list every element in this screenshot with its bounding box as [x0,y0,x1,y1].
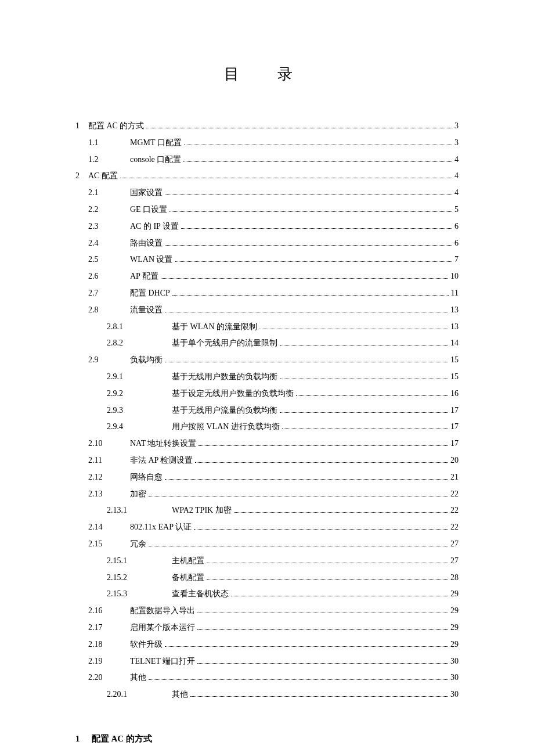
toc-entry: 2.9.2基于设定无线用户数量的负载均衡16 [75,387,459,401]
toc-entry-number: 2.17 [75,621,130,635]
toc-entry: 2AC 配置4 [75,169,459,183]
toc-entry-number: 2.5 [75,253,130,267]
toc-entry-number: 2.1 [75,186,130,200]
toc-entry-page: 17 [450,437,459,451]
toc-entry-page: 3 [454,136,459,150]
toc-leader-dots [280,345,448,345]
toc-leader-dots [165,195,452,195]
toc-leader-dots [161,278,448,279]
toc-entry-number: 2.9 [75,353,130,367]
toc-entry-number: 2.18 [75,638,130,651]
toc-leader-dots [259,329,448,329]
toc-leader-dots [165,245,452,246]
toc-entry-text: 基于无线用户数量的负载均衡 [172,370,277,384]
toc-entry-page: 21 [450,470,459,484]
toc-entry-text: AP 配置 [130,269,158,283]
toc-entry-number: 2 [75,169,88,183]
toc-entry-text: WLAN 设置 [130,253,173,267]
toc-entry-number: 2.20.1 [75,687,172,701]
toc-leader-dots [172,295,449,296]
toc-entry-number: 2.9.1 [75,370,172,384]
toc-entry-number: 2.9.3 [75,404,172,417]
toc-leader-dots [149,546,448,546]
toc-entry-number: 2.6 [75,269,130,283]
toc-entry-page: 7 [454,253,459,267]
toc-entry-page: 17 [450,404,459,417]
toc-entry-page: 29 [450,587,459,601]
toc-entry-text: 网络自愈 [130,470,163,484]
toc-entry-page: 4 [454,169,459,183]
toc-entry: 2.9.3基于无线用户流量的负载均衡17 [75,404,459,417]
toc-leader-dots [165,312,448,312]
toc-entry-number: 1.2 [75,153,130,167]
toc-entry-number: 2.19 [75,654,130,668]
document-page: 目 录 1配置 AC 的方式31.1MGMT 口配置31.2console 口配… [0,0,534,756]
toc-entry-page: 13 [450,320,459,334]
toc-entry-text: 流量设置 [130,303,163,317]
toc-entry-number: 2.15.1 [75,554,172,568]
toc-entry-page: 20 [450,453,459,467]
toc-entry: 1.1MGMT 口配置3 [75,136,459,150]
toc-entry-page: 5 [454,203,459,217]
toc-leader-dots [169,211,452,212]
toc-entry-text: 软件升级 [130,638,163,651]
toc-entry-text: 非法 AP 检测设置 [130,453,193,467]
toc-entry-text: 负载均衡 [130,353,163,367]
toc-entry-page: 10 [450,269,459,283]
toc-entry: 2.7配置 DHCP11 [75,286,459,300]
toc-entry-page: 11 [451,286,459,300]
toc-leader-dots [197,629,448,630]
toc-entry-number: 2.12 [75,470,130,484]
toc-entry-page: 6 [454,219,459,233]
toc-entry-text: 基于无线用户流量的负载均衡 [172,404,277,417]
toc-entry: 2.15.3查看主备机状态29 [75,587,459,601]
toc-leader-dots [280,412,448,413]
toc-entry-text: 查看主备机状态 [172,587,229,601]
section-title: 配置 AC 的方式 [92,734,152,743]
toc-entry-text: 802.11x EAP 认证 [130,520,192,534]
toc-entry: 2.3AC 的 IP 设置6 [75,219,459,233]
toc-entry-page: 22 [450,520,459,534]
toc-entry-page: 29 [450,621,459,635]
toc-entry-number: 2.15 [75,537,130,551]
toc-entry: 2.13.1WPA2 TPIK 加密22 [75,503,459,517]
toc-entry-text: 基于设定无线用户数量的负载均衡 [172,387,294,401]
toc-leader-dots [165,479,448,480]
toc-entry-number: 2.15.3 [75,587,172,601]
toc-leader-dots [194,529,448,530]
toc-entry-text: WPA2 TPIK 加密 [172,503,232,517]
toc-entry: 2.13加密22 [75,487,459,501]
toc-entry-text: 备机配置 [172,571,204,585]
toc-leader-dots [197,613,448,613]
toc-entry: 2.1国家设置4 [75,186,459,200]
toc-entry: 2.14802.11x EAP 认证22 [75,520,459,534]
toc-leader-dots [197,663,448,664]
toc-entry: 2.8.1基于 WLAN 的流量限制13 [75,320,459,334]
toc-entry: 2.19TELNET 端口打开30 [75,654,459,668]
toc-entry-page: 6 [454,236,459,250]
toc-entry-page: 30 [450,654,459,668]
toc-entry-text: AC 的 IP 设置 [130,219,179,233]
toc-entry-number: 1 [75,119,88,133]
toc-entry-text: TELNET 端口打开 [130,654,195,668]
toc-entry-number: 2.3 [75,219,130,233]
toc-entry-text: 配置 DHCP [130,286,170,300]
toc-entry: 2.20其他30 [75,671,459,685]
toc-leader-dots [190,696,448,697]
toc-entry: 2.17启用某个版本运行29 [75,621,459,635]
toc-entry-number: 1.1 [75,136,130,150]
toc-entry-text: GE 口设置 [130,203,167,217]
toc-entry: 2.9负载均衡15 [75,353,459,367]
toc-entry-page: 29 [450,638,459,651]
toc-leader-dots [234,512,448,513]
toc-leader-dots [181,228,452,229]
toc-entry-number: 2.10 [75,437,130,451]
toc-entry-number: 2.9.2 [75,387,172,401]
toc-entry-page: 30 [450,687,459,701]
toc-entry-page: 17 [450,420,459,434]
toc-leader-dots [184,145,452,145]
toc-entry: 2.5WLAN 设置7 [75,253,459,267]
toc-entry-number: 2.13.1 [75,503,172,517]
toc-entry: 2.9.4用户按照 VLAN 进行负载均衡17 [75,420,459,434]
toc-entry-text: NAT 地址转换设置 [130,437,196,451]
